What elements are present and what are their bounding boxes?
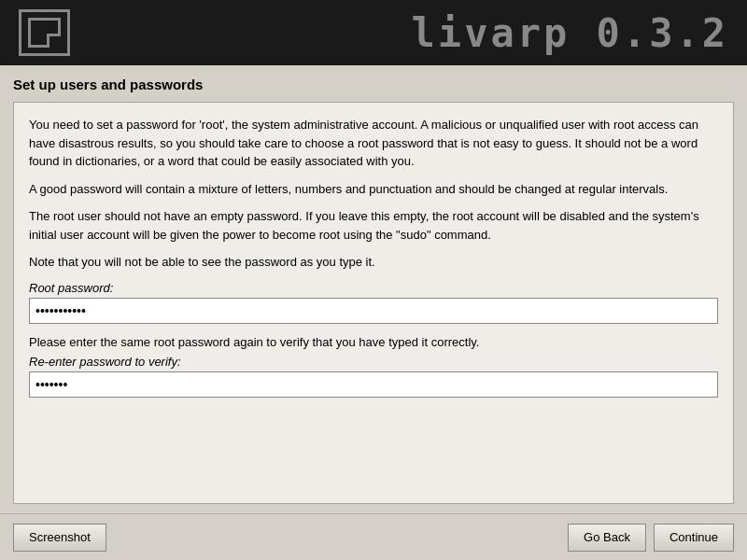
verify-password-input[interactable] [29, 371, 718, 398]
verify-label: Re-enter password to verify: [29, 355, 718, 369]
root-password-label: Root password: [29, 281, 718, 295]
desc-para2: A good password will contain a mixture o… [29, 180, 718, 199]
page-title: Set up users and passwords [13, 77, 734, 92]
main-content: Set up users and passwords You need to s… [0, 65, 747, 513]
verify-section: Please enter the same root password agai… [29, 335, 718, 398]
description-text: You need to set a password for 'root', t… [29, 116, 718, 272]
root-password-input[interactable] [29, 298, 718, 324]
content-box: You need to set a password for 'root', t… [13, 102, 734, 504]
desc-para3: The root user should not have an empty p… [29, 207, 718, 244]
footer: Screenshot Go Back Continue [0, 513, 747, 560]
footer-right: Go Back Continue [568, 524, 734, 552]
footer-left: Screenshot [13, 524, 106, 552]
header: livarp 0.3.2 [0, 0, 747, 65]
go-back-button[interactable]: Go Back [568, 524, 646, 552]
desc-para1: You need to set a password for 'root', t… [29, 116, 718, 171]
logo-box [19, 9, 70, 56]
verify-text: Please enter the same root password agai… [29, 335, 718, 349]
screenshot-button[interactable]: Screenshot [13, 524, 106, 552]
desc-para4: Note that you will not be able to see th… [29, 253, 718, 272]
root-password-section: Root password: [29, 281, 718, 324]
continue-button[interactable]: Continue [654, 524, 734, 552]
app-title: livarp 0.3.2 [412, 10, 728, 56]
logo-icon [28, 18, 61, 48]
